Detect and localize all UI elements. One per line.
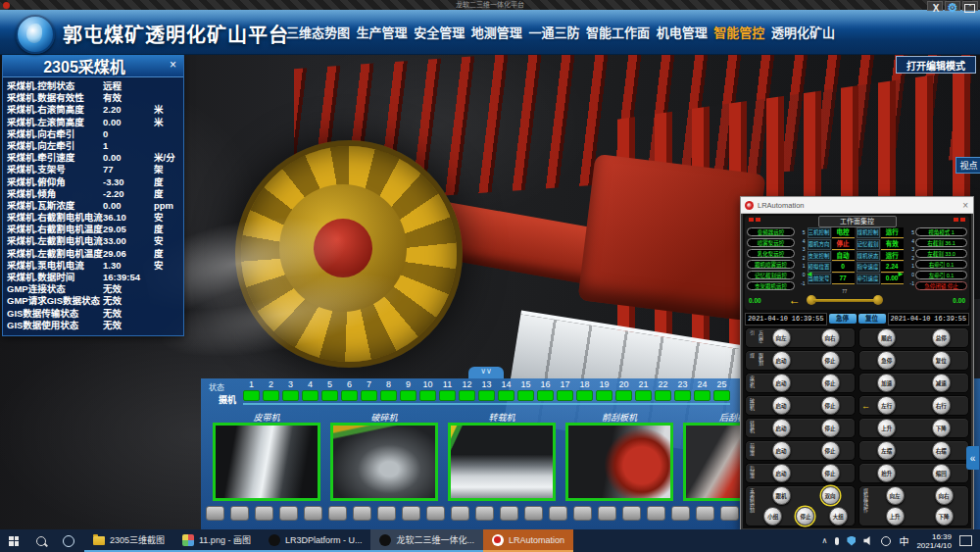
camera-page-tile[interactable] xyxy=(353,506,371,521)
network-globe-icon[interactable] xyxy=(881,536,891,546)
camera-cell[interactable]: 13 xyxy=(478,379,495,401)
camera-thumbnail[interactable] xyxy=(448,423,556,501)
control-button[interactable]: 小组 xyxy=(763,507,782,526)
camera-page-tile[interactable] xyxy=(402,506,420,521)
nav-item[interactable]: 透明化矿山 xyxy=(771,23,835,41)
camera-page-tile[interactable] xyxy=(598,506,616,521)
close-icon[interactable]: × xyxy=(166,58,180,73)
camera-cell[interactable]: 5 xyxy=(321,379,338,401)
security-shield-icon[interactable] xyxy=(847,536,856,546)
control-button[interactable]: 复位 xyxy=(932,351,951,370)
gear-icon[interactable]: ⚙ xyxy=(946,1,959,15)
control-button[interactable]: 停止 xyxy=(821,396,840,415)
nav-item[interactable]: 智能管控 xyxy=(713,23,764,41)
control-button[interactable]: 双向 xyxy=(821,486,840,505)
control-button[interactable]: 向左 xyxy=(772,328,791,347)
control-button[interactable]: 向右 xyxy=(821,328,840,347)
camera-page-tile[interactable] xyxy=(524,506,543,521)
camera-cell[interactable]: 2 xyxy=(263,379,279,401)
status-button[interactable]: 视角模式 1 xyxy=(915,227,967,236)
control-button[interactable]: 停止 xyxy=(821,374,840,392)
camera-cell[interactable]: 12 xyxy=(459,379,475,401)
control-button[interactable]: 顺启 xyxy=(877,328,896,347)
control-button[interactable]: 急停 xyxy=(877,351,896,370)
camera-page-tile[interactable] xyxy=(549,506,567,521)
camera-thumbnail[interactable] xyxy=(565,423,673,501)
camera-cell[interactable]: 1 xyxy=(243,379,260,401)
control-button[interactable]: 大组 xyxy=(829,507,848,526)
camera-page-tile[interactable] xyxy=(451,506,469,521)
nav-item[interactable]: 三维态势图 xyxy=(286,23,350,41)
remote-control-button[interactable]: 乳化泵远控 xyxy=(747,249,795,258)
speaker-icon[interactable] xyxy=(863,536,873,546)
control-button[interactable]: 右摆 xyxy=(932,441,951,460)
control-button[interactable]: 减速 xyxy=(932,374,951,392)
open-edit-mode-button[interactable]: 打开编辑模式 xyxy=(896,56,976,74)
camera-cell[interactable]: 9 xyxy=(400,379,416,401)
camera-page-tile[interactable] xyxy=(500,506,518,521)
camera-page-tile[interactable] xyxy=(696,506,714,521)
status-button[interactable]: 左牵引 0.1 xyxy=(915,271,967,279)
camera-cell[interactable]: 24 xyxy=(694,379,710,401)
control-button[interactable]: 缩回 xyxy=(932,464,951,482)
nav-item[interactable]: 地测管理 xyxy=(471,23,522,41)
microphone-icon[interactable] xyxy=(835,537,839,545)
nav-item[interactable]: 智能工作面 xyxy=(586,23,650,41)
camera-cell[interactable]: 4 xyxy=(302,379,318,401)
status-button[interactable]: 右牵引 0.1 xyxy=(915,260,967,269)
reset-blue-button[interactable]: 复位 xyxy=(858,314,886,324)
control-button[interactable]: 停止 xyxy=(796,507,814,526)
camera-page-tile[interactable] xyxy=(279,506,298,521)
control-button[interactable]: 启动 xyxy=(772,419,791,437)
window-titlebar[interactable]: 龙软二三维一体化平台 xyxy=(0,0,980,10)
search-button[interactable] xyxy=(27,529,55,552)
control-button[interactable]: 启动 xyxy=(772,441,791,460)
camera-page-tile[interactable] xyxy=(328,506,347,521)
status-button[interactable]: 右截割 36.1 xyxy=(915,238,967,247)
control-button[interactable]: 上升 xyxy=(877,419,896,437)
remote-control-button[interactable]: 跟机喷雾远控 xyxy=(747,260,795,269)
camera-cell[interactable]: 23 xyxy=(674,379,691,401)
control-button[interactable]: 停止 xyxy=(821,351,840,370)
control-button[interactable]: 右行 xyxy=(932,396,951,415)
viewpoint-tab[interactable]: 视点 xyxy=(956,157,980,174)
control-button[interactable]: 总停 xyxy=(932,328,951,347)
camera-cell[interactable]: 15 xyxy=(517,379,534,401)
camera-cell[interactable]: 17 xyxy=(557,379,573,401)
camera-page-tile[interactable] xyxy=(720,506,739,521)
camera-cell[interactable]: 3 xyxy=(282,379,299,401)
camera-cell[interactable]: 16 xyxy=(537,379,554,401)
camera-page-tile[interactable] xyxy=(426,506,445,521)
camera-cell[interactable]: 19 xyxy=(596,379,612,401)
camera-cell[interactable]: 14 xyxy=(498,379,514,401)
status-button[interactable]: 左截割 33.0 xyxy=(915,249,967,258)
control-button[interactable]: 跟机 xyxy=(772,486,791,505)
estop-lock-button[interactable]: 急停闭锁 停止 xyxy=(915,281,967,290)
nav-item[interactable]: 一通三防 xyxy=(528,23,579,41)
control-button[interactable]: 左摆 xyxy=(877,441,896,460)
remote-control-button[interactable]: 喷雾泵远控 xyxy=(747,238,795,247)
nav-item[interactable]: 生产管理 xyxy=(357,23,408,41)
remote-control-button[interactable]: 支架跟机远控 xyxy=(747,281,795,290)
control-button[interactable]: 左行 xyxy=(877,396,896,415)
camera-page-tile[interactable] xyxy=(671,506,690,521)
taskbar-task[interactable]: LR3DPlatform - U... xyxy=(260,529,371,552)
camera-page-tile[interactable] xyxy=(647,506,665,521)
camera-cell[interactable]: 6 xyxy=(341,379,358,401)
camera-page-tile[interactable] xyxy=(206,506,224,521)
remote-control-button[interactable]: 记忆截割远控 xyxy=(747,271,795,279)
nav-item[interactable]: 机电管理 xyxy=(657,23,708,41)
control-button[interactable]: 停止 xyxy=(821,419,840,437)
camera-page-tile[interactable] xyxy=(622,506,641,521)
camera-page-tile[interactable] xyxy=(304,506,322,521)
control-button[interactable]: 停止 xyxy=(821,464,840,482)
camera-page-tile[interactable] xyxy=(255,506,273,521)
control-button[interactable]: 启动 xyxy=(772,374,791,392)
panel-collapse-chevron-icon[interactable]: « xyxy=(966,446,979,470)
camera-page-tile[interactable] xyxy=(230,506,249,521)
camera-cell[interactable]: 11 xyxy=(439,379,456,401)
control-button[interactable]: 下降 xyxy=(932,419,951,437)
notification-center-icon[interactable] xyxy=(959,535,972,546)
lrautomation-titlebar[interactable]: LRAutomation × xyxy=(741,197,973,214)
lrautomation-close-icon[interactable]: × xyxy=(962,200,973,211)
